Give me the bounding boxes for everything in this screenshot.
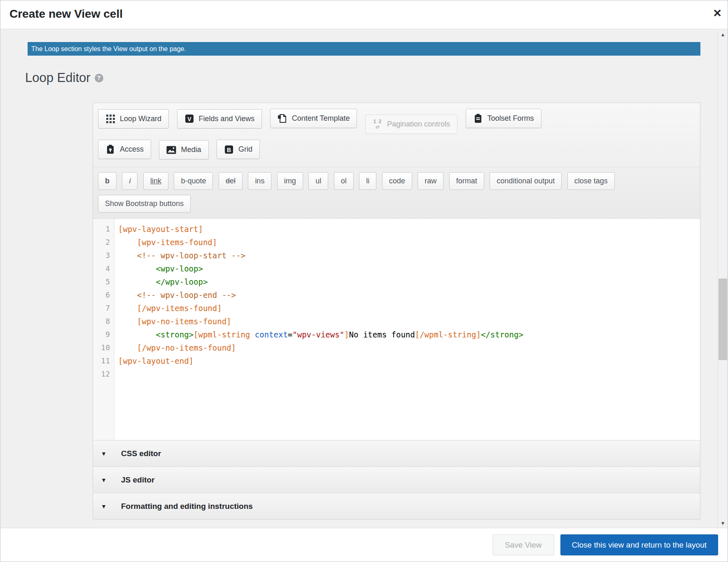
loop-wizard-label: Loop Wizard [120,115,161,123]
quicktag-blockquote[interactable]: b-quote [174,172,213,190]
line-number: 3 [93,249,114,262]
content-template-button[interactable]: Content Template [270,109,357,128]
code-line [118,368,700,381]
editor-toolbars: Loop Wizard V Fields and Views [93,103,700,218]
line-number: 5 [93,275,114,288]
toolset-forms-icon [473,114,483,124]
code-lines[interactable]: [wpv-layout-start] [wpv-items-found] <!-… [114,219,700,440]
quicktag-conditional-output[interactable]: conditional output [490,172,562,190]
chevron-down-icon[interactable]: ▼ [93,450,114,457]
scrollbar-thumb[interactable] [719,279,727,360]
quicktag-link[interactable]: link [143,172,168,190]
dialog-footer: Save View Close this view and return to … [0,528,728,562]
loop-wizard-button[interactable]: Loop Wizard [98,109,169,129]
quicktags-toolbar: b i link b-quote del ins img ul ol li co… [93,167,700,218]
quicktag-img[interactable]: img [277,172,303,190]
save-view-button[interactable]: Save View [492,534,554,555]
quicktag-del[interactable]: del [219,172,243,190]
code-line: <!-- wpv-loop-end --> [118,288,700,302]
svg-text:V: V [187,116,191,122]
close-and-return-button[interactable]: Close this view and return to the layout [560,534,718,555]
loop-section-notice: The Loop section styles the View output … [28,42,700,56]
quicktags-row: b i link b-quote del ins img ul ol li co… [98,172,695,190]
code-line: [/wpv-no-items-found] [118,341,700,354]
content-template-label: Content Template [292,114,350,123]
line-number: 11 [93,354,114,368]
pagination-controls-button[interactable]: 1 2 ⇄ Pagination controls [365,115,457,134]
code-line: [wpv-no-items-found] [118,315,700,328]
toolbar-row-2: Access Media [98,140,695,160]
dialog-title: Create new View cell [0,0,728,21]
line-numbers: 123456789101112 [93,219,114,440]
code-line: [wpv-items-found] [118,236,700,249]
vertical-scrollbar[interactable]: ▲ ▼ [718,29,728,529]
js-editor-label: JS editor [121,475,154,485]
create-view-cell-dialog: Create new View cell ✕ The Loop section … [0,0,728,562]
quicktag-ol[interactable]: ol [334,172,354,190]
line-number: 9 [93,328,114,341]
loop-editor-heading: Loop Editor? [25,70,103,85]
svg-text:B: B [227,146,231,153]
toolbar-row-1: Loop Wizard V Fields and Views [98,109,695,134]
grid-label: Grid [238,145,252,154]
quicktag-li[interactable]: li [359,172,376,190]
access-button[interactable]: Access [98,140,151,159]
pagination-controls-label: Pagination controls [387,120,450,129]
loop-editor-heading-text: Loop Editor [25,70,91,85]
line-number: 4 [93,262,114,275]
grid-button[interactable]: B Grid [217,140,260,159]
line-number: 2 [93,236,114,249]
fields-and-views-button[interactable]: V Fields and Views [177,109,262,129]
close-icon[interactable]: ✕ [713,8,722,19]
line-number: 8 [93,315,114,328]
scroll-down-icon[interactable]: ▼ [718,518,728,529]
line-number: 1 [93,222,114,236]
shortcode-toolbar: Loop Wizard V Fields and Views [93,103,700,167]
quicktag-format[interactable]: format [449,172,484,190]
help-icon[interactable]: ? [95,74,103,82]
code-line: </wpv-loop> [118,275,700,288]
formatting-instructions-bar[interactable]: ▼ Formatting and editing instructions [93,493,700,519]
chevron-down-icon[interactable]: ▼ [93,503,114,510]
toolset-forms-button[interactable]: Toolset Forms [466,109,541,128]
grid-b-icon: B [224,145,234,155]
line-number: 7 [93,302,114,315]
fields-and-views-icon: V [184,114,194,124]
loop-code-editor: 123456789101112 [wpv-layout-start] [wpv-… [93,218,700,440]
js-editor-bar[interactable]: ▼ JS editor [93,466,700,493]
media-button[interactable]: Media [159,140,208,159]
quicktag-raw[interactable]: raw [418,172,443,190]
fields-and-views-label: Fields and Views [199,115,255,123]
bootstrap-row: Show Bootstrap buttons [98,195,695,213]
dialog-body: The Loop section styles the View output … [0,29,719,529]
media-label: Media [181,145,201,154]
loop-editor-panel: Loop Wizard V Fields and Views [93,103,700,520]
dialog-header: Create new View cell ✕ [0,0,728,29]
scroll-up-icon[interactable]: ▲ [718,29,728,40]
pagination-icon: 1 2 ⇄ [373,119,383,129]
quicktag-bold[interactable]: b [98,172,117,190]
code-line: <wpv-loop> [118,262,700,275]
media-icon [166,145,176,155]
line-number: 6 [93,288,114,302]
code-line: [wpv-layout-start] [118,222,700,236]
quicktag-italic[interactable]: i [122,172,138,190]
code-line: [/wpv-items-found] [118,302,700,315]
access-icon [105,144,115,154]
grid-icon [105,114,115,124]
code-line: [wpv-layout-end] [118,354,700,368]
line-number: 10 [93,341,114,354]
quicktag-ins[interactable]: ins [248,172,271,190]
quicktag-ul[interactable]: ul [308,172,328,190]
code-line: <strong>[wpml-string context="wpv-views"… [118,328,700,341]
content-template-icon [278,114,287,124]
css-editor-label: CSS editor [121,449,161,458]
access-label: Access [120,145,144,154]
quicktag-code[interactable]: code [382,172,412,190]
chevron-down-icon[interactable]: ▼ [93,477,114,483]
css-editor-bar[interactable]: ▼ CSS editor [93,440,700,466]
quicktag-close-tags[interactable]: close tags [567,172,615,190]
line-number: 12 [93,368,114,381]
code-line: <!-- wpv-loop-start --> [118,249,700,262]
show-bootstrap-buttons-button[interactable]: Show Bootstrap buttons [98,195,191,213]
